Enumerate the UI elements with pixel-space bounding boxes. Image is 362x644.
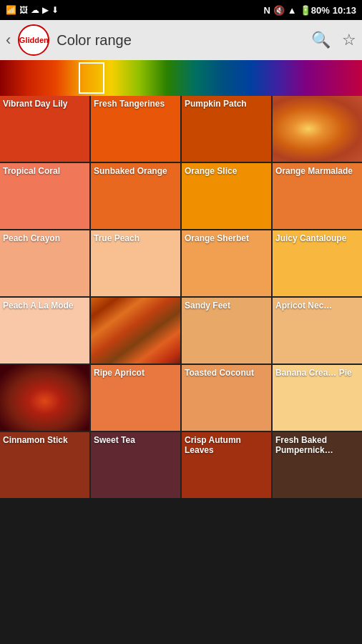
battery-icon: 🔋80%	[300, 5, 330, 16]
color-cell[interactable]: Fresh Tangerines	[91, 96, 180, 162]
color-cell[interactable]: Banana Crea… Pie	[273, 365, 362, 431]
color-cell[interactable]: True Peach	[91, 230, 180, 296]
sim-icon: 📶	[6, 5, 16, 15]
wifi-icon: 🖼	[19, 5, 28, 15]
color-name-label: Apricot Nec…	[275, 301, 359, 311]
status-icons-left: 📶 🖼 ☁ ▶ ⬇	[6, 5, 59, 15]
color-name-label: Orange Marmalade	[275, 166, 359, 176]
color-cell[interactable]: Pumpkin Patch	[182, 96, 271, 162]
color-name-label: Peach Crayon	[3, 233, 87, 243]
color-name-label: Sunbaked Orange	[94, 166, 177, 176]
cloud-icon: ☁	[31, 5, 39, 15]
n-icon: N	[263, 5, 270, 16]
search-icon[interactable]: 🔍	[311, 31, 331, 49]
status-icons-right: N 🔇 ▲ 🔋80% 10:13	[263, 5, 356, 16]
color-name-label: Peach A La Mode	[3, 301, 87, 311]
color-cell[interactable]: Sandy Feet	[182, 298, 271, 364]
star-icon[interactable]: ☆	[342, 31, 356, 49]
color-strip-selector[interactable]	[79, 62, 104, 94]
color-cell[interactable]: Orange Sherbet	[182, 230, 271, 296]
color-cell[interactable]: Tropical Coral	[0, 163, 89, 229]
color-name-label: Fresh Baked Pumpernick…	[275, 435, 359, 456]
color-name-label: Orange Slice	[185, 166, 268, 176]
color-cell[interactable]: Vibrant Day Lily	[0, 96, 89, 162]
color-range-strip[interactable]	[0, 60, 362, 96]
color-cell[interactable]	[273, 96, 362, 162]
top-action-icons: 🔍 ☆	[311, 31, 356, 49]
color-cell[interactable]: Fresh Baked Pumpernick…	[273, 432, 362, 498]
status-bar: 📶 🖼 ☁ ▶ ⬇ N 🔇 ▲ 🔋80% 10:13	[0, 0, 362, 20]
color-name-label: Fresh Tangerines	[94, 99, 177, 109]
download-icon: ⬇	[52, 5, 59, 15]
color-name-label: Vibrant Day Lily	[3, 99, 87, 109]
color-cell[interactable]: Crisp Autumn Leaves	[182, 432, 271, 498]
color-grid: Vibrant Day LilyFresh TangerinesPumpkin …	[0, 96, 362, 498]
color-cell[interactable]: Sweet Tea	[91, 432, 180, 498]
top-bar: ‹ Glidden Color range 🔍 ☆	[0, 20, 362, 60]
color-cell[interactable]: Toasted Coconut	[182, 365, 271, 431]
color-name-label: Pumpkin Patch	[185, 99, 268, 109]
color-cell[interactable]	[0, 365, 89, 431]
color-cell[interactable]: Juicy Cantaloupe	[273, 230, 362, 296]
time-display: 10:13	[333, 5, 356, 16]
color-name-label: Juicy Cantaloupe	[275, 233, 359, 243]
glidden-logo: Glidden	[18, 24, 49, 56]
color-name-label: Orange Sherbet	[185, 233, 268, 243]
back-button[interactable]: ‹	[6, 31, 11, 49]
color-name-label: Sandy Feet	[185, 301, 268, 311]
color-name-label: Toasted Coconut	[185, 368, 268, 378]
signal-icon: ▲	[288, 5, 297, 16]
color-cell[interactable]: Sunbaked Orange	[91, 163, 180, 229]
color-cell[interactable]: Orange Slice	[182, 163, 271, 229]
color-cell[interactable]: Cinnamon Stick	[0, 432, 89, 498]
color-cell[interactable]	[91, 298, 180, 364]
color-name-label: Banana Crea… Pie	[275, 368, 359, 378]
color-cell[interactable]: Apricot Nec…	[273, 298, 362, 364]
mute-icon: 🔇	[273, 5, 285, 16]
color-cell[interactable]: Ripe Apricot	[91, 365, 180, 431]
color-cell[interactable]: Peach Crayon	[0, 230, 89, 296]
color-name-label: Ripe Apricot	[94, 368, 177, 378]
color-name-label: Cinnamon Stick	[3, 435, 87, 445]
color-cell[interactable]: Orange Marmalade	[273, 163, 362, 229]
color-name-label: True Peach	[94, 233, 177, 243]
page-title: Color range	[57, 32, 304, 49]
color-cell[interactable]: Peach A La Mode	[0, 298, 89, 364]
color-name-label: Sweet Tea	[94, 435, 177, 445]
color-name-label: Tropical Coral	[3, 166, 87, 176]
color-name-label: Crisp Autumn Leaves	[185, 435, 268, 456]
play-icon: ▶	[42, 5, 49, 15]
